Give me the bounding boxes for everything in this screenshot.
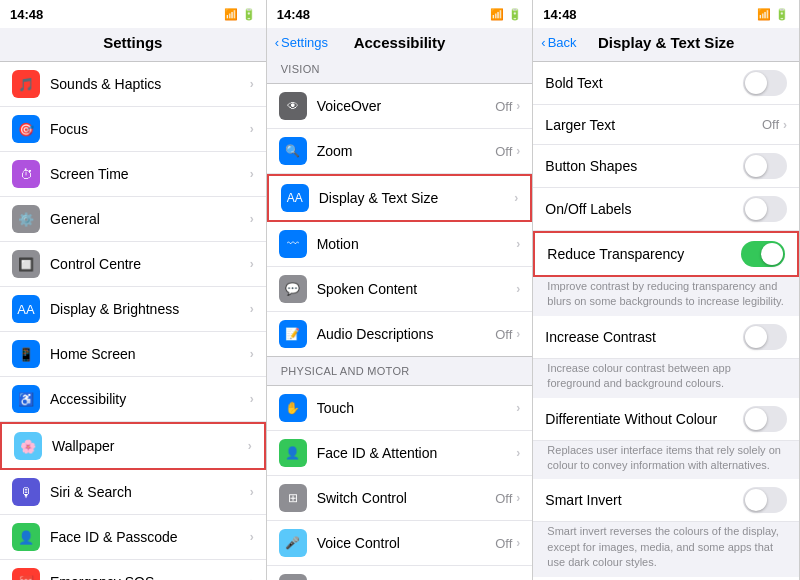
item-icon: ⊞ — [279, 484, 307, 512]
settings-item-face-id-&-passcode[interactable]: 👤Face ID & Passcode› — [0, 515, 266, 560]
display-item-label: Differentiate Without Colour — [545, 411, 743, 427]
settings-group: ✋Touch›👤Face ID & Attention›⊞Switch Cont… — [267, 385, 533, 580]
settings-item-zoom[interactable]: 🔍ZoomOff› — [267, 129, 533, 174]
toggle-switch[interactable] — [741, 241, 785, 267]
item-label: Face ID & Attention — [317, 445, 517, 461]
item-description: Increase colour contrast between app for… — [533, 359, 799, 398]
settings-item-touch[interactable]: ✋Touch› — [267, 386, 533, 431]
settings-item-wallpaper[interactable]: 🌸Wallpaper› — [0, 422, 266, 470]
toggle-switch[interactable] — [743, 487, 787, 513]
settings-item-audio-descriptions[interactable]: 📝Audio DescriptionsOff› — [267, 312, 533, 356]
toggle-switch[interactable] — [743, 406, 787, 432]
toggle-knob — [761, 243, 783, 265]
settings-item-home-screen[interactable]: 📱Home Screen› — [0, 332, 266, 377]
chevron-icon: › — [516, 237, 520, 251]
display-item-label: Button Shapes — [545, 158, 743, 174]
chevron-icon: › — [516, 99, 520, 113]
item-label: Control Centre — [50, 256, 250, 272]
display-item-label: Smart Invert — [545, 492, 743, 508]
status-icons-2: 📶 🔋 — [490, 8, 522, 21]
settings-list-3[interactable]: Bold TextLarger TextOff›Button ShapesOn/… — [533, 55, 799, 580]
display-item-increase-contrast[interactable]: Increase Contrast — [533, 316, 799, 359]
item-label: Switch Control — [317, 490, 496, 506]
toggle-knob — [745, 408, 767, 430]
display-item-label: Increase Contrast — [545, 329, 743, 345]
status-bar-1: 14:48 📶 🔋 — [0, 0, 266, 28]
panel-accessibility: 14:48 📶 🔋 ‹ Settings Accessibility VISIO… — [267, 0, 534, 580]
display-item-differentiate-without-colour[interactable]: Differentiate Without Colour — [533, 398, 799, 441]
settings-item-voiceover[interactable]: 👁VoiceOverOff› — [267, 84, 533, 129]
settings-item-screen-time[interactable]: ⏱Screen Time› — [0, 152, 266, 197]
settings-item-emergency-sos[interactable]: 🆘Emergency SOS› — [0, 560, 266, 580]
toggle-switch[interactable] — [743, 324, 787, 350]
item-icon: 🎤 — [279, 529, 307, 557]
display-item-reduce-transparency[interactable]: Reduce Transparency — [533, 231, 799, 277]
accessibility-title: Accessibility — [354, 34, 446, 51]
chevron-icon: › — [250, 530, 254, 544]
item-value: Off — [495, 491, 512, 506]
chevron-icon: › — [514, 191, 518, 205]
wifi-icon-2: 📶 — [490, 8, 504, 21]
toggle-switch[interactable] — [743, 196, 787, 222]
display-item-smart-invert[interactable]: Smart Invert — [533, 479, 799, 522]
status-icons-3: 📶 🔋 — [757, 8, 789, 21]
back-button-3[interactable]: ‹ Back — [541, 35, 576, 50]
settings-item-display-&-brightness[interactable]: AADisplay & Brightness› — [0, 287, 266, 332]
settings-item-display-&-text-size[interactable]: AADisplay & Text Size› — [267, 174, 533, 222]
display-item-classic-invert[interactable]: Classic Invert — [533, 577, 799, 580]
settings-list-2[interactable]: VISION👁VoiceOverOff›🔍ZoomOff›AADisplay &… — [267, 55, 533, 580]
settings-item-accessibility[interactable]: ♿Accessibility› — [0, 377, 266, 422]
item-label: Display & Brightness — [50, 301, 250, 317]
item-label: Spoken Content — [317, 281, 517, 297]
display-textsize-title: Display & Text Size — [598, 34, 734, 51]
item-icon: ⏱ — [12, 160, 40, 188]
item-icon: ⚙️ — [12, 205, 40, 233]
chevron-icon: › — [516, 282, 520, 296]
toggle-knob — [745, 155, 767, 177]
chevron-icon: › — [516, 144, 520, 158]
toggle-switch[interactable] — [743, 153, 787, 179]
settings-item-focus[interactable]: 🎯Focus› — [0, 107, 266, 152]
toggle-knob — [745, 326, 767, 348]
toggle-knob — [745, 489, 767, 511]
display-item-on/off-labels[interactable]: On/Off Labels — [533, 188, 799, 231]
item-icon: 〰 — [279, 230, 307, 258]
item-label: Screen Time — [50, 166, 250, 182]
display-item-bold-text[interactable]: Bold Text — [533, 62, 799, 105]
item-label: Emergency SOS — [50, 574, 250, 580]
item-icon: 👤 — [279, 439, 307, 467]
settings-item-control-centre[interactable]: 🔲Control Centre› — [0, 242, 266, 287]
back-label-3: Back — [548, 35, 577, 50]
settings-item-siri-&-search[interactable]: 🎙Siri & Search› — [0, 470, 266, 515]
item-icon: 💬 — [279, 275, 307, 303]
time-1: 14:48 — [10, 7, 43, 22]
chevron-icon: › — [250, 392, 254, 406]
item-label: Display & Text Size — [319, 190, 515, 206]
chevron-icon: › — [783, 118, 787, 132]
battery-icon: 🔋 — [242, 8, 256, 21]
battery-icon-2: 🔋 — [508, 8, 522, 21]
settings-item-side-button[interactable]: ◀Side Button› — [267, 566, 533, 580]
chevron-icon: › — [516, 536, 520, 550]
item-label: Sounds & Haptics — [50, 76, 250, 92]
settings-list-1[interactable]: 🎵Sounds & Haptics›🎯Focus›⏱Screen Time›⚙️… — [0, 55, 266, 580]
back-button-2[interactable]: ‹ Settings — [275, 35, 328, 50]
item-description: Smart invert reverses the colours of the… — [533, 522, 799, 576]
settings-item-switch-control[interactable]: ⊞Switch ControlOff› — [267, 476, 533, 521]
status-bar-2: 14:48 📶 🔋 — [267, 0, 533, 28]
time-2: 14:48 — [277, 7, 310, 22]
panel-settings: 14:48 📶 🔋 Settings 🎵Sounds & Haptics›🎯Fo… — [0, 0, 267, 580]
settings-item-voice-control[interactable]: 🎤Voice ControlOff› — [267, 521, 533, 566]
settings-item-face-id-&-attention[interactable]: 👤Face ID & Attention› — [267, 431, 533, 476]
display-item-button-shapes[interactable]: Button Shapes — [533, 145, 799, 188]
settings-group: 👁VoiceOverOff›🔍ZoomOff›AADisplay & Text … — [267, 83, 533, 357]
settings-item-motion[interactable]: 〰Motion› — [267, 222, 533, 267]
settings-item-general[interactable]: ⚙️General› — [0, 197, 266, 242]
item-icon: 🎯 — [12, 115, 40, 143]
settings-item-sounds-&-haptics[interactable]: 🎵Sounds & Haptics› — [0, 62, 266, 107]
toggle-switch[interactable] — [743, 70, 787, 96]
chevron-icon: › — [250, 122, 254, 136]
display-item-larger-text[interactable]: Larger TextOff› — [533, 105, 799, 145]
item-label: Voice Control — [317, 535, 496, 551]
settings-item-spoken-content[interactable]: 💬Spoken Content› — [267, 267, 533, 312]
